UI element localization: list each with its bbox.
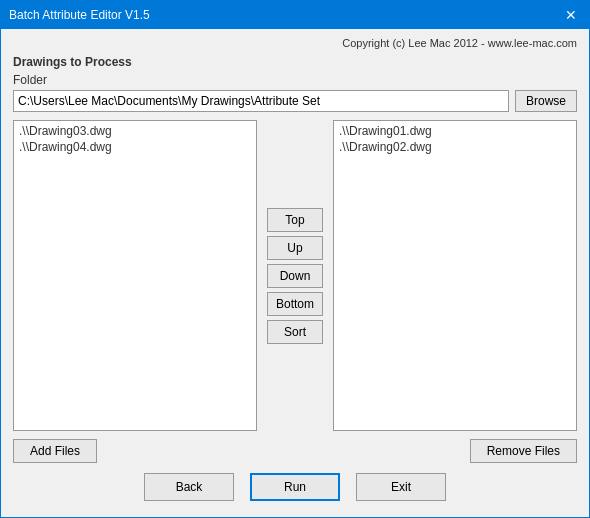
browse-button[interactable]: Browse: [515, 90, 577, 112]
down-button[interactable]: Down: [267, 264, 323, 288]
left-panel: .\\Drawing03.dwg .\\Drawing04.dwg: [13, 120, 257, 431]
bottom-button[interactable]: Bottom: [267, 292, 323, 316]
list-item[interactable]: .\\Drawing01.dwg: [336, 123, 574, 139]
list-item[interactable]: .\\Drawing03.dwg: [16, 123, 254, 139]
window-title: Batch Attribute Editor V1.5: [9, 8, 150, 22]
section-label: Drawings to Process: [13, 55, 577, 69]
folder-label: Folder: [13, 73, 577, 87]
remove-files-button[interactable]: Remove Files: [470, 439, 577, 463]
list-item[interactable]: .\\Drawing02.dwg: [336, 139, 574, 155]
middle-buttons: Top Up Down Bottom Sort: [257, 120, 333, 431]
exit-button[interactable]: Exit: [356, 473, 446, 501]
bottom-row: Add Files Remove Files: [13, 439, 577, 463]
main-window: Batch Attribute Editor V1.5 ✕ Copyright …: [0, 0, 590, 518]
right-panel: .\\Drawing01.dwg .\\Drawing02.dwg: [333, 120, 577, 431]
sort-button[interactable]: Sort: [267, 320, 323, 344]
run-button[interactable]: Run: [250, 473, 340, 501]
title-bar: Batch Attribute Editor V1.5 ✕: [1, 1, 589, 29]
folder-input[interactable]: [13, 90, 509, 112]
back-button[interactable]: Back: [144, 473, 234, 501]
left-file-list[interactable]: .\\Drawing03.dwg .\\Drawing04.dwg: [13, 120, 257, 431]
right-file-list[interactable]: .\\Drawing01.dwg .\\Drawing02.dwg: [333, 120, 577, 431]
list-item[interactable]: .\\Drawing04.dwg: [16, 139, 254, 155]
up-button[interactable]: Up: [267, 236, 323, 260]
panels-row: .\\Drawing03.dwg .\\Drawing04.dwg Top Up…: [13, 120, 577, 431]
add-files-button[interactable]: Add Files: [13, 439, 97, 463]
close-button[interactable]: ✕: [561, 5, 581, 25]
folder-row: Browse: [13, 90, 577, 112]
dialog-buttons-row: Back Run Exit: [13, 473, 577, 505]
copyright-text: Copyright (c) Lee Mac 2012 - www.lee-mac…: [13, 37, 577, 49]
content-area: Copyright (c) Lee Mac 2012 - www.lee-mac…: [1, 29, 589, 517]
top-button[interactable]: Top: [267, 208, 323, 232]
